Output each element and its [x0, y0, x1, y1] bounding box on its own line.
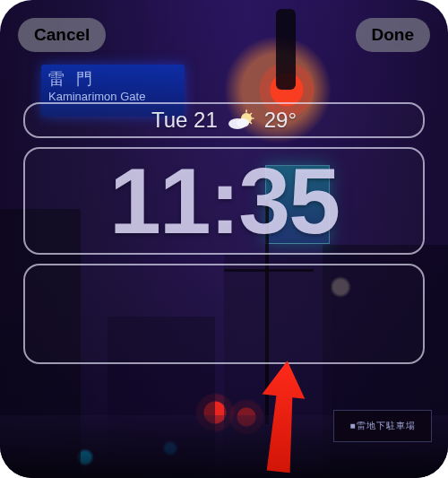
parking-sign: ■雷地下駐車場 [333, 410, 432, 442]
street-sign-en: Kaminarimon Gate [41, 90, 185, 103]
bottom-widget-slot[interactable] [23, 264, 425, 364]
widget-stack: Tue 21 29° 11:35 [23, 102, 425, 373]
street-sign-jp: 雷 門 [41, 65, 185, 90]
svg-line-4 [250, 122, 252, 124]
svg-line-3 [250, 114, 252, 116]
cancel-button[interactable]: Cancel [18, 18, 106, 52]
partly-cloudy-icon [227, 109, 255, 131]
svg-point-6 [237, 118, 249, 127]
time-widget-slot[interactable]: 11:35 [23, 147, 425, 255]
date-widget-slot[interactable]: Tue 21 29° [23, 102, 425, 138]
clock-time: 11:35 [109, 154, 339, 248]
top-bar: Cancel Done [0, 18, 448, 52]
done-button[interactable]: Done [356, 18, 431, 52]
temperature-label: 29° [264, 108, 297, 133]
date-label: Tue 21 [151, 108, 218, 133]
lockscreen-customize: 雷 門 Kaminarimon Gate ■雷地下駐車場 Cancel Done… [0, 0, 448, 478]
